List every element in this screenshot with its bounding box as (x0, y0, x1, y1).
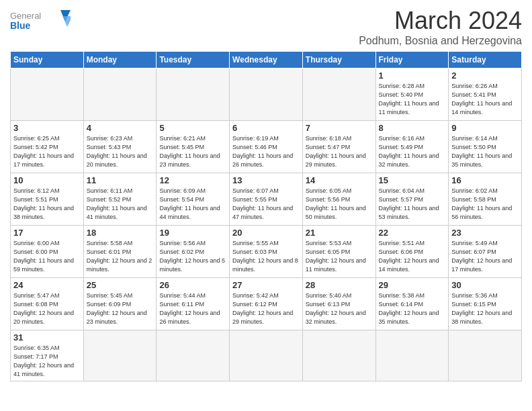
calendar-week-row: 3Sunrise: 6:25 AM Sunset: 5:42 PM Daylig… (11, 121, 522, 173)
calendar-cell (449, 330, 522, 381)
day-info: Sunrise: 6:35 AM Sunset: 7:17 PM Dayligh… (13, 344, 81, 379)
calendar-cell: 3Sunrise: 6:25 AM Sunset: 5:42 PM Daylig… (11, 121, 84, 173)
calendar-cell: 7Sunrise: 6:18 AM Sunset: 5:47 PM Daylig… (302, 121, 375, 173)
day-info: Sunrise: 5:49 AM Sunset: 6:07 PM Dayligh… (451, 239, 519, 274)
day-info: Sunrise: 5:36 AM Sunset: 6:15 PM Dayligh… (451, 291, 519, 326)
svg-marker-3 (62, 16, 71, 27)
day-number: 28 (306, 280, 373, 290)
day-number: 10 (13, 175, 81, 185)
day-number: 2 (451, 71, 519, 81)
day-info: Sunrise: 6:14 AM Sunset: 5:50 PM Dayligh… (451, 134, 519, 169)
day-info: Sunrise: 6:05 AM Sunset: 5:56 PM Dayligh… (306, 187, 373, 222)
calendar-cell: 1Sunrise: 6:28 AM Sunset: 5:40 PM Daylig… (375, 68, 449, 121)
day-info: Sunrise: 6:28 AM Sunset: 5:40 PM Dayligh… (379, 82, 446, 117)
day-number: 15 (379, 175, 446, 185)
day-info: Sunrise: 6:21 AM Sunset: 5:45 PM Dayligh… (159, 134, 226, 169)
calendar-week-row: 17Sunrise: 6:00 AM Sunset: 6:00 PM Dayli… (11, 226, 522, 278)
calendar-cell (230, 330, 303, 381)
day-info: Sunrise: 5:51 AM Sunset: 6:06 PM Dayligh… (379, 239, 446, 274)
title-block: March 2024 Podhum, Bosnia and Herzegovin… (359, 7, 522, 47)
day-number: 9 (451, 123, 519, 133)
calendar-cell: 29Sunrise: 5:38 AM Sunset: 6:14 PM Dayli… (375, 278, 449, 330)
location-subtitle: Podhum, Bosnia and Herzegovina (359, 35, 522, 47)
calendar-week-row: 31Sunrise: 6:35 AM Sunset: 7:17 PM Dayli… (11, 330, 522, 381)
calendar-cell: 24Sunrise: 5:47 AM Sunset: 6:08 PM Dayli… (11, 278, 84, 330)
day-number: 14 (306, 175, 373, 185)
calendar-cell: 23Sunrise: 5:49 AM Sunset: 6:07 PM Dayli… (449, 226, 522, 278)
day-number: 27 (232, 280, 300, 290)
day-number: 3 (13, 123, 81, 133)
day-number: 11 (87, 175, 154, 185)
day-number: 18 (87, 228, 154, 238)
calendar-cell: 17Sunrise: 6:00 AM Sunset: 6:00 PM Dayli… (11, 226, 84, 278)
day-number: 23 (451, 228, 519, 238)
calendar-cell: 4Sunrise: 6:23 AM Sunset: 5:43 PM Daylig… (83, 121, 157, 173)
day-info: Sunrise: 6:25 AM Sunset: 5:42 PM Dayligh… (13, 134, 81, 169)
header: General Blue March 2024 Podhum, Bosnia a… (10, 7, 522, 47)
calendar-cell: 20Sunrise: 5:55 AM Sunset: 6:03 PM Dayli… (230, 226, 303, 278)
day-number: 5 (159, 123, 226, 133)
day-info: Sunrise: 5:53 AM Sunset: 6:05 PM Dayligh… (306, 239, 373, 274)
day-info: Sunrise: 6:16 AM Sunset: 5:49 PM Dayligh… (379, 134, 446, 169)
day-number: 19 (159, 228, 226, 238)
month-year-title: March 2024 (359, 7, 522, 35)
day-number: 1 (379, 71, 446, 81)
day-info: Sunrise: 6:04 AM Sunset: 5:57 PM Dayligh… (379, 187, 446, 222)
weekday-header-thursday: Thursday (302, 52, 375, 68)
weekday-header-friday: Friday (375, 52, 449, 68)
day-info: Sunrise: 6:19 AM Sunset: 5:46 PM Dayligh… (232, 134, 300, 169)
logo: General Blue (10, 7, 71, 34)
calendar-week-row: 1Sunrise: 6:28 AM Sunset: 5:40 PM Daylig… (11, 68, 522, 121)
logo-svg: General Blue (10, 7, 71, 34)
calendar-cell: 22Sunrise: 5:51 AM Sunset: 6:06 PM Dayli… (375, 226, 449, 278)
day-number: 21 (306, 228, 373, 238)
day-number: 16 (451, 175, 519, 185)
day-info: Sunrise: 5:44 AM Sunset: 6:11 PM Dayligh… (159, 291, 226, 326)
day-info: Sunrise: 5:42 AM Sunset: 6:12 PM Dayligh… (232, 291, 300, 326)
day-number: 17 (13, 228, 81, 238)
day-number: 24 (13, 280, 81, 290)
calendar-cell: 26Sunrise: 5:44 AM Sunset: 6:11 PM Dayli… (157, 278, 230, 330)
day-number: 29 (379, 280, 446, 290)
svg-text:General: General (10, 11, 41, 21)
weekday-header-sunday: Sunday (11, 52, 84, 68)
calendar-cell (302, 68, 375, 121)
calendar-cell: 18Sunrise: 5:58 AM Sunset: 6:01 PM Dayli… (83, 226, 157, 278)
calendar-cell: 11Sunrise: 6:11 AM Sunset: 5:52 PM Dayli… (83, 173, 157, 226)
day-number: 31 (13, 332, 81, 342)
day-info: Sunrise: 5:40 AM Sunset: 6:13 PM Dayligh… (306, 291, 373, 326)
weekday-header-saturday: Saturday (449, 52, 522, 68)
calendar-week-row: 24Sunrise: 5:47 AM Sunset: 6:08 PM Dayli… (11, 278, 522, 330)
day-info: Sunrise: 5:38 AM Sunset: 6:14 PM Dayligh… (379, 291, 446, 326)
day-info: Sunrise: 5:55 AM Sunset: 6:03 PM Dayligh… (232, 239, 300, 274)
calendar-cell: 28Sunrise: 5:40 AM Sunset: 6:13 PM Dayli… (302, 278, 375, 330)
calendar-cell: 30Sunrise: 5:36 AM Sunset: 6:15 PM Dayli… (449, 278, 522, 330)
calendar-cell (230, 68, 303, 121)
day-info: Sunrise: 6:18 AM Sunset: 5:47 PM Dayligh… (306, 134, 373, 169)
day-number: 7 (306, 123, 373, 133)
day-number: 25 (87, 280, 154, 290)
day-number: 22 (379, 228, 446, 238)
day-number: 30 (451, 280, 519, 290)
day-number: 26 (159, 280, 226, 290)
calendar-cell (157, 68, 230, 121)
day-info: Sunrise: 6:07 AM Sunset: 5:55 PM Dayligh… (232, 187, 300, 222)
calendar-cell (11, 68, 84, 121)
calendar-cell: 21Sunrise: 5:53 AM Sunset: 6:05 PM Dayli… (302, 226, 375, 278)
calendar-table: SundayMondayTuesdayWednesdayThursdayFrid… (10, 51, 522, 381)
calendar-cell: 14Sunrise: 6:05 AM Sunset: 5:56 PM Dayli… (302, 173, 375, 226)
weekday-header-wednesday: Wednesday (230, 52, 303, 68)
calendar-cell: 27Sunrise: 5:42 AM Sunset: 6:12 PM Dayli… (230, 278, 303, 330)
svg-text:Blue: Blue (10, 20, 31, 31)
calendar-cell: 10Sunrise: 6:12 AM Sunset: 5:51 PM Dayli… (11, 173, 84, 226)
day-info: Sunrise: 6:26 AM Sunset: 5:41 PM Dayligh… (451, 82, 519, 117)
weekday-header-tuesday: Tuesday (157, 52, 230, 68)
calendar-cell: 31Sunrise: 6:35 AM Sunset: 7:17 PM Dayli… (11, 330, 84, 381)
calendar-cell: 6Sunrise: 6:19 AM Sunset: 5:46 PM Daylig… (230, 121, 303, 173)
day-info: Sunrise: 5:56 AM Sunset: 6:02 PM Dayligh… (159, 239, 226, 274)
weekday-header-row: SundayMondayTuesdayWednesdayThursdayFrid… (11, 52, 522, 68)
day-info: Sunrise: 5:58 AM Sunset: 6:01 PM Dayligh… (87, 239, 154, 274)
weekday-header-monday: Monday (83, 52, 157, 68)
day-number: 20 (232, 228, 300, 238)
calendar-cell (302, 330, 375, 381)
